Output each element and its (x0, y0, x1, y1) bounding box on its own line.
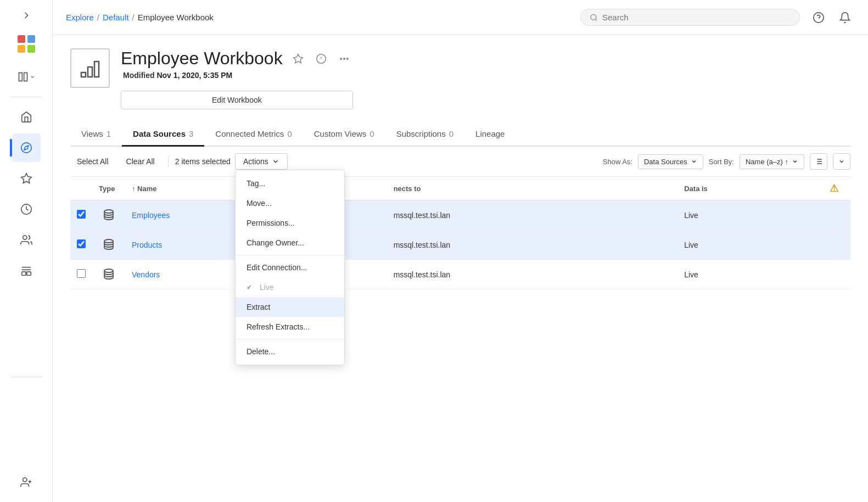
search-icon (590, 13, 598, 22)
breadcrumb-current: Employee Workbook (138, 13, 214, 22)
tab-custom-views-label: Custom Views (314, 129, 367, 138)
tab-subscriptions-label: Subscriptions (396, 129, 446, 138)
notifications-button[interactable] (835, 8, 855, 27)
dropdown-item-live: ✓ Live (236, 277, 344, 297)
clear-all-button[interactable]: Clear All (120, 154, 161, 169)
row-data-is-products: Live (677, 230, 823, 260)
tab-lineage-label: Lineage (475, 129, 505, 138)
datasource-icon-products (101, 237, 116, 252)
sort-by-label: Sort By: (709, 158, 734, 166)
dropdown-item-edit-connection[interactable]: Edit Connection... (236, 258, 344, 277)
tab-data-sources-count: 3 (189, 129, 193, 138)
breadcrumb-explore[interactable]: Explore (66, 13, 94, 22)
view-options-button[interactable] (833, 153, 850, 170)
tab-custom-views-count: 0 (369, 129, 374, 138)
tab-connected-metrics-label: Connected Metrics (215, 129, 284, 138)
favorite-icon[interactable] (289, 50, 307, 68)
row-connects-vendors: mssql.test.tsi.lan (387, 260, 678, 289)
svg-point-31 (346, 58, 348, 59)
col-header-data-is: Data is (677, 177, 823, 200)
dropdown-item-change-owner[interactable]: Change Owner... (236, 233, 344, 253)
sort-by-select[interactable]: Name (a–z) ↑ (740, 154, 804, 169)
actions-label: Actions (243, 157, 268, 166)
workbook-title-area: Employee Workbook (121, 48, 353, 109)
sidebar-item-discover[interactable] (12, 133, 41, 162)
sidebar-item-home[interactable] (12, 103, 41, 131)
workbook-modified: Modified Nov 1, 2020, 5:35 PM (123, 71, 353, 80)
svg-point-18 (591, 14, 596, 20)
row-checkbox-products[interactable] (70, 230, 92, 260)
sidebar-item-recents[interactable] (12, 195, 41, 224)
dropdown-item-tag[interactable]: Tag... (236, 174, 344, 193)
checkbox-vendors[interactable] (77, 269, 86, 278)
svg-point-40 (104, 269, 113, 272)
table-row: Products mssql.test.tsi.lan Live (70, 230, 850, 260)
dropdown-item-delete[interactable]: Delete... (236, 342, 344, 361)
modified-date: Nov 1, 2020, 5:35 PM (156, 71, 232, 80)
datasource-icon-vendors (101, 266, 116, 282)
tab-connected-metrics-count: 0 (287, 129, 292, 138)
row-connects-employees: mssql.test.tsi.lan (387, 200, 678, 230)
dropdown-separator-1 (236, 255, 344, 255)
svg-rect-5 (24, 73, 27, 81)
svg-rect-22 (81, 72, 86, 77)
row-checkbox-employees[interactable] (70, 200, 92, 230)
workbook-icon-box (70, 48, 110, 88)
more-options-icon[interactable] (335, 50, 353, 68)
search-bar[interactable] (580, 9, 800, 26)
svg-point-30 (343, 58, 345, 59)
sidebar-item-favorites[interactable] (12, 164, 41, 193)
show-as-select[interactable]: Data Sources (638, 154, 703, 169)
tab-custom-views[interactable]: Custom Views 0 (303, 122, 385, 147)
row-type-employees (92, 200, 125, 230)
sidebar-item-shared[interactable] (12, 226, 41, 254)
list-view-button[interactable] (810, 153, 827, 170)
row-checkbox-vendors[interactable] (70, 260, 92, 289)
svg-rect-1 (27, 35, 35, 43)
chevron-down-icon (272, 158, 279, 165)
tab-data-sources[interactable]: Data Sources 3 (122, 122, 204, 147)
checkbox-products[interactable] (77, 239, 86, 248)
warning-header-icon: ⚠ (830, 183, 838, 194)
svg-marker-7 (24, 146, 29, 150)
dropdown-item-extract[interactable]: Extract (236, 297, 344, 317)
checkbox-employees[interactable] (77, 210, 86, 219)
tab-lineage[interactable]: Lineage (464, 122, 516, 147)
sidebar-expand-button[interactable] (15, 4, 37, 26)
svg-point-10 (23, 236, 26, 239)
svg-point-20 (814, 12, 824, 22)
row-type-products (92, 230, 125, 260)
actions-dropdown-button[interactable]: Actions (235, 153, 288, 170)
sidebar-item-users-admin[interactable] (12, 472, 41, 501)
dropdown-item-permissions[interactable]: Permissions... (236, 213, 344, 233)
info-icon[interactable] (312, 50, 330, 68)
search-input[interactable] (602, 13, 791, 22)
show-as-label: Show As: (603, 158, 632, 166)
toolbar-divider-1 (168, 155, 169, 168)
breadcrumb-default[interactable]: Default (103, 13, 129, 22)
svg-line-19 (595, 19, 597, 20)
show-as-value: Data Sources (644, 158, 687, 166)
edit-workbook-button[interactable]: Edit Workbook (121, 91, 353, 109)
tab-connected-metrics[interactable]: Connected Metrics 0 (204, 122, 303, 147)
tab-views[interactable]: Views 1 (70, 122, 122, 147)
tab-views-count: 1 (107, 129, 111, 138)
top-bar-icons (809, 8, 855, 27)
dropdown-item-move[interactable]: Move... (236, 193, 344, 213)
main-content: Explore / Default / Employee Workbook (53, 0, 868, 502)
svg-point-15 (23, 478, 26, 482)
svg-rect-3 (27, 45, 35, 53)
page-content: Employee Workbook (53, 35, 868, 502)
show-as-chevron-icon (691, 158, 697, 165)
help-button[interactable] (809, 8, 828, 27)
tab-subscriptions-count: 0 (449, 129, 453, 138)
svg-rect-23 (88, 67, 92, 77)
row-connects-products: mssql.test.tsi.lan (387, 230, 678, 260)
selected-count: 2 items selected (175, 157, 231, 166)
panel-toggle-button[interactable] (12, 63, 41, 91)
select-all-button[interactable]: Select All (70, 154, 115, 169)
tab-subscriptions[interactable]: Subscriptions 0 (385, 122, 464, 147)
dropdown-item-refresh-extracts[interactable]: Refresh Extracts... (236, 317, 344, 337)
sidebar-item-collections[interactable] (12, 256, 41, 285)
toolbar: Select All Clear All 2 items selected Ac… (70, 147, 850, 177)
